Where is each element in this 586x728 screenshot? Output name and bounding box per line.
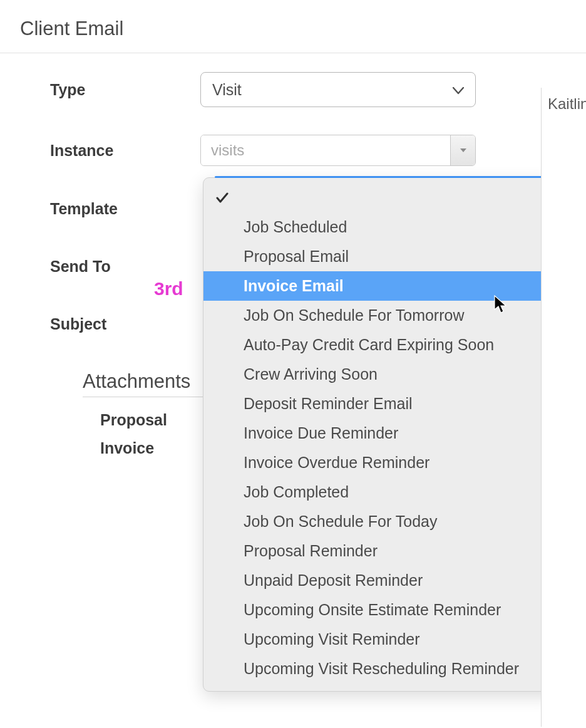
cursor-icon <box>494 295 508 314</box>
template-option-label: Invoice Due Reminder <box>244 424 398 442</box>
template-option-label: Proposal Email <box>244 247 349 266</box>
template-option-label: Upcoming Visit Rescheduling Reminder <box>244 660 519 678</box>
template-option[interactable]: Invoice Due Reminder <box>203 419 557 448</box>
template-option-label: Unpaid Deposit Reminder <box>244 571 423 590</box>
label-template: Template <box>50 200 200 218</box>
template-option[interactable]: Job On Schedule For Today <box>203 507 557 536</box>
template-option-label: Deposit Reminder Email <box>244 395 413 413</box>
template-option-label: Job On Schedule For Today <box>244 512 437 531</box>
template-option[interactable]: Crew Arriving Soon <box>203 360 557 389</box>
template-option[interactable]: Upcoming Onsite Estimate Reminder <box>203 595 557 625</box>
label-type: Type <box>50 81 200 99</box>
template-option-label: Invoice Email <box>244 277 344 295</box>
template-option[interactable]: Job Scheduled <box>203 212 557 242</box>
template-option-label: Upcoming Visit Reminder <box>244 630 420 648</box>
template-option[interactable]: Invoice Overdue Reminder <box>203 448 557 477</box>
template-option[interactable]: Deposit Reminder Email <box>203 389 557 419</box>
template-option[interactable]: Job Completed <box>203 477 557 507</box>
template-dropdown[interactable]: Job ScheduledProposal EmailInvoice Email… <box>203 177 557 692</box>
side-preview-panel: Kaitlin <box>541 88 586 727</box>
template-option-label: Job Completed <box>244 483 349 501</box>
label-subject: Subject <box>50 315 200 333</box>
template-option-label: Upcoming Onsite Estimate Reminder <box>244 601 501 619</box>
template-option-label: Job On Schedule For Tomorrow <box>244 306 464 325</box>
template-option-label: Proposal Reminder <box>244 542 378 560</box>
template-option-label: Auto-Pay Credit Card Expiring Soon <box>244 336 494 354</box>
label-send-to: Send To <box>50 257 200 276</box>
row-type: Type Visit <box>50 72 586 107</box>
instance-select[interactable]: visits <box>200 135 476 166</box>
triangle-down-icon <box>460 148 467 153</box>
template-option[interactable]: Upcoming Visit Reminder <box>203 625 557 654</box>
instance-select-button[interactable] <box>450 135 475 165</box>
template-option-label: Crew Arriving Soon <box>244 365 378 383</box>
type-select[interactable]: Visit <box>200 72 476 107</box>
template-option-blank[interactable] <box>203 183 557 212</box>
side-preview-text: Kaitlin <box>548 95 586 113</box>
annotation-3rd: 3rd <box>154 278 183 299</box>
template-option[interactable]: Proposal Email <box>203 242 557 271</box>
template-option[interactable]: Proposal Reminder <box>203 536 557 566</box>
chevron-down-icon <box>453 83 464 97</box>
check-icon <box>216 192 244 204</box>
instance-select-value: visits <box>201 135 450 165</box>
page-title: Client Email <box>20 18 586 40</box>
template-option[interactable]: Unpaid Deposit Reminder <box>203 566 557 595</box>
type-select-value: Visit <box>212 81 242 99</box>
template-option[interactable]: Upcoming Visit Rescheduling Reminder <box>203 654 557 684</box>
template-option-label: Job Scheduled <box>244 218 347 236</box>
label-instance: Instance <box>50 142 200 160</box>
row-instance: Instance visits <box>50 135 586 166</box>
template-option[interactable]: Auto-Pay Credit Card Expiring Soon <box>203 330 557 360</box>
template-option-label: Invoice Overdue Reminder <box>244 454 429 472</box>
